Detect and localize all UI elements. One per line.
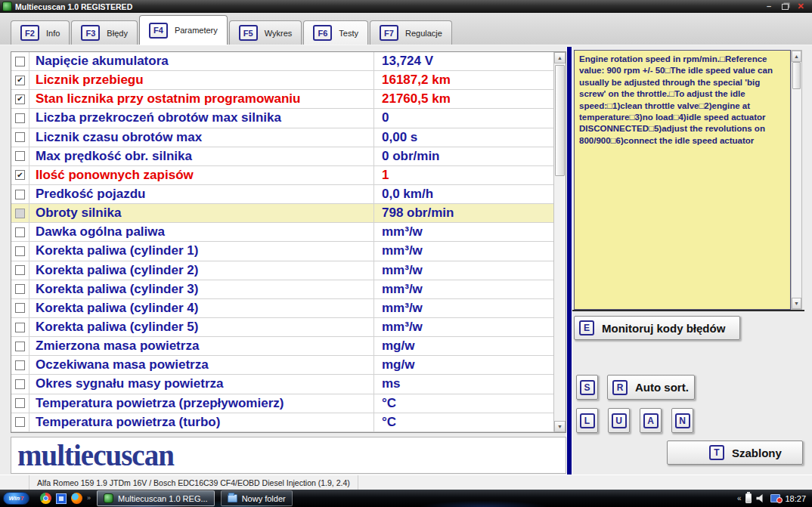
tab-testy[interactable]: F6 Testy xyxy=(303,20,368,45)
table-scrollbar[interactable]: ▲ ▼ xyxy=(553,52,566,432)
param-value: °C xyxy=(373,413,553,431)
close-button[interactable]: ✕ xyxy=(795,2,806,11)
row-checkbox[interactable] xyxy=(15,342,25,351)
battery-icon[interactable] xyxy=(745,493,752,503)
taskbar-button-nowy-folder[interactable]: Nowy folder xyxy=(221,490,293,506)
param-value: 0 xyxy=(373,109,553,127)
table-row[interactable]: Korekta paliwa (cylinder 3)mm³/w xyxy=(11,280,553,299)
table-row[interactable]: Liczba przekroczeń obrotów max silnika0 xyxy=(11,109,553,128)
n-button[interactable]: N xyxy=(671,408,693,433)
table-row[interactable]: ✔Stan licznika przy ostatnim programowan… xyxy=(11,90,553,109)
row-checkbox[interactable] xyxy=(15,284,25,294)
row-checkbox[interactable] xyxy=(15,360,25,370)
table-row[interactable]: ✔Licznik przebiegu16187,2 km xyxy=(11,71,553,90)
status-bar: Alfa Romeo 159 1.9 JTDm 16V / Bosch EDC1… xyxy=(0,475,812,490)
taskbar-button-multiecuscan[interactable]: Multiecuscan 1.0 REG... xyxy=(97,490,215,506)
info-panel-scrollbar[interactable]: ▲ ▼ xyxy=(791,50,802,310)
u-button[interactable]: U xyxy=(608,408,630,433)
table-row[interactable]: Korekta paliwa (cylinder 4)mm³/w xyxy=(11,299,553,318)
param-label: Korekta paliwa (cylinder 5) xyxy=(29,318,373,336)
table-row[interactable]: Obroty silnika798 obr/min xyxy=(11,204,553,223)
row-checkbox[interactable] xyxy=(15,57,25,66)
auto-sort-button[interactable]: R Auto sort. xyxy=(607,375,695,400)
param-label: Temperatura powietrza (przepływomierz) xyxy=(29,394,373,413)
table-row[interactable]: Oczekiwana masa powietrzamg/w xyxy=(11,356,553,375)
statusbar-cell xyxy=(0,475,29,490)
fkey-badge: F2 xyxy=(20,25,39,41)
table-row[interactable]: Licznik czasu obrotów max0,00 s xyxy=(11,128,553,147)
scroll-thumb[interactable] xyxy=(555,65,565,176)
window-title: Multiecuscan 1.0 REGISTERED xyxy=(15,2,132,11)
row-checkbox[interactable] xyxy=(15,227,25,237)
row-checkbox[interactable] xyxy=(15,113,25,123)
firefox-icon[interactable] xyxy=(71,493,82,504)
start-button[interactable]: Win 7 xyxy=(3,492,29,505)
parameters-table: Napięcie akumulatora13,724 V✔Licznik prz… xyxy=(11,51,566,433)
table-row[interactable]: ✔Ilość ponownych zapisów1 xyxy=(11,166,553,185)
chrome-icon[interactable] xyxy=(40,493,51,504)
splitter[interactable] xyxy=(566,47,572,475)
tab-label: Błędy xyxy=(107,29,128,38)
scroll-thumb[interactable] xyxy=(792,62,801,89)
row-checkbox[interactable]: ✔ xyxy=(15,94,25,104)
restore-button[interactable] xyxy=(779,2,790,11)
table-row[interactable]: Korekta paliwa (cylinder 5)mm³/w xyxy=(11,318,553,337)
table-row[interactable]: Korekta paliwa (cylinder 1)mm³/w xyxy=(11,242,553,261)
param-label: Korekta paliwa (cylinder 3) xyxy=(29,280,373,298)
tab-label: Wykres xyxy=(265,29,293,38)
tab-wykres[interactable]: F5 Wykres xyxy=(229,20,302,45)
tab-regulacje[interactable]: F7 Regulacje xyxy=(370,20,452,45)
row-checkbox[interactable] xyxy=(15,190,25,199)
tray-chevron-icon[interactable]: « xyxy=(737,494,742,502)
l-button[interactable]: L xyxy=(576,408,598,433)
table-row[interactable]: Temperatura powietrza (turbo)°C xyxy=(11,413,553,432)
row-checkbox[interactable] xyxy=(15,209,25,218)
table-row[interactable]: Temperatura powietrza (przepływomierz)°C xyxy=(11,394,553,413)
row-checkbox[interactable] xyxy=(15,417,25,427)
taskbar: Win 7 » Multiecuscan 1.0 REG... Nowy fol… xyxy=(0,490,812,507)
overflow-chevron-icon[interactable]: » xyxy=(87,495,91,502)
row-checkbox[interactable] xyxy=(15,398,25,408)
scroll-up-icon[interactable]: ▲ xyxy=(792,51,801,62)
a-button[interactable]: A xyxy=(640,408,662,433)
scroll-down-icon[interactable]: ▼ xyxy=(554,421,566,432)
row-checkbox[interactable] xyxy=(15,265,25,275)
row-checkbox[interactable]: ✔ xyxy=(15,76,25,85)
tab-parametery[interactable]: F4 Parametery xyxy=(139,15,228,45)
param-value: 13,724 V xyxy=(373,52,553,70)
param-value: ms xyxy=(373,375,553,393)
table-row[interactable]: Dawka ogólna paliwamm³/w xyxy=(11,223,553,242)
table-row[interactable]: Okres sygnału masy powietrzams xyxy=(11,375,553,394)
speaker-icon[interactable] xyxy=(756,494,766,502)
tab-label: Regulacje xyxy=(405,29,442,38)
scroll-down-icon[interactable]: ▼ xyxy=(792,298,801,309)
table-row[interactable]: Napięcie akumulatora13,724 V xyxy=(11,52,553,71)
param-value: 0,0 km/h xyxy=(373,185,553,203)
vehicle-info: Alfa Romeo 159 1.9 JTDm 16V / Bosch EDC1… xyxy=(29,475,358,490)
network-disconnected-icon[interactable] xyxy=(770,494,780,502)
table-row[interactable]: Predkość pojazdu0,0 km/h xyxy=(11,185,553,204)
tab-bledy[interactable]: F3 Błędy xyxy=(71,20,138,45)
row-checkbox[interactable] xyxy=(15,379,25,389)
scroll-up-icon[interactable]: ▲ xyxy=(554,52,566,63)
row-checkbox[interactable] xyxy=(15,132,25,142)
table-row[interactable]: Zmierzona masa powietrzamg/w xyxy=(11,337,553,356)
app-shortcut-icon[interactable] xyxy=(56,493,67,504)
s-button[interactable]: S xyxy=(576,375,598,400)
row-checkbox[interactable] xyxy=(15,323,25,332)
l-key-icon: L xyxy=(580,413,595,428)
templates-button[interactable]: T Szablony xyxy=(667,441,803,465)
tab-label: Testy xyxy=(339,29,358,38)
table-row[interactable]: Korekta paliwa (cylinder 2)mm³/w xyxy=(11,261,553,280)
minimize-button[interactable]: – xyxy=(764,2,774,11)
monitor-error-codes-button[interactable]: E Monitoruj kody błędów xyxy=(574,316,740,340)
row-checkbox[interactable]: ✔ xyxy=(15,170,25,180)
row-checkbox[interactable] xyxy=(15,151,25,161)
title-bar: Multiecuscan 1.0 REGISTERED – ✕ xyxy=(0,0,812,13)
quick-launch: » xyxy=(40,493,91,504)
param-label: Ilość ponownych zapisów xyxy=(29,166,373,184)
tab-info[interactable]: F2 Info xyxy=(11,20,70,45)
row-checkbox[interactable] xyxy=(15,246,25,256)
table-row[interactable]: Max prędkość obr. silnika0 obr/min xyxy=(11,147,553,166)
row-checkbox[interactable] xyxy=(15,303,25,313)
